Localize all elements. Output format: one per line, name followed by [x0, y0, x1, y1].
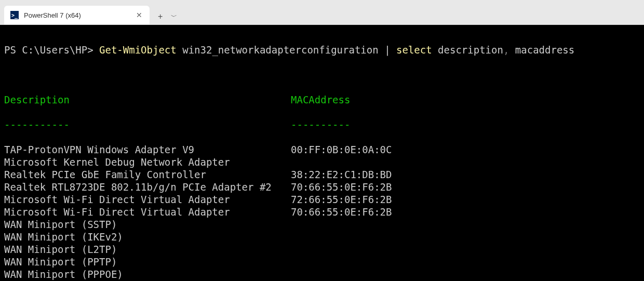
table-row: WAN Miniport (PPPOE)	[4, 268, 640, 280]
tab-powershell[interactable]: >_ PowerShell 7 (x64) ✕	[4, 6, 150, 24]
cell-macaddress	[291, 218, 640, 231]
table-row: Realtek RTL8723DE 802.11b/g/n PCIe Adapt…	[4, 181, 640, 193]
header-macaddress: MACAddress	[291, 93, 640, 106]
tab-controls: + ﹀	[150, 12, 183, 24]
cell-description: WAN Miniport (IKEv2)	[4, 231, 291, 243]
cell-macaddress: 70:66:55:0E:F6:2B	[291, 181, 640, 193]
cell-macaddress: 72:66:55:0E:F6:2B	[291, 193, 640, 206]
cell-macaddress	[291, 231, 640, 243]
cell-description: TAP-ProtonVPN Windows Adapter V9	[4, 143, 291, 156]
table-row: Microsoft Wi-Fi Direct Virtual Adapter70…	[4, 206, 640, 218]
prompt: PS C:\Users\HP>	[4, 44, 99, 56]
cell-description: WAN Miniport (SSTP)	[4, 218, 291, 231]
new-tab-button[interactable]: +	[158, 12, 163, 21]
table-header: DescriptionMACAddress	[4, 93, 640, 106]
cell-macaddress	[291, 156, 640, 168]
cell-description: Microsoft Kernel Debug Network Adapter	[4, 156, 291, 168]
table-row: TAP-ProtonVPN Windows Adapter V900:FF:0B…	[4, 143, 640, 156]
table-row: WAN Miniport (IKEv2)	[4, 231, 640, 243]
tab-dropdown-button[interactable]: ﹀	[171, 12, 177, 21]
cell-description: Microsoft Wi-Fi Direct Virtual Adapter	[4, 206, 291, 218]
cell-description: WAN Miniport (PPTP)	[4, 256, 291, 268]
cell-macaddress: 70:66:55:0E:F6:2B	[291, 206, 640, 218]
cell-macaddress	[291, 268, 640, 280]
title-bar: >_ PowerShell 7 (x64) ✕ + ﹀	[0, 0, 644, 25]
tab-title: PowerShell 7 (x64)	[24, 11, 130, 19]
cell-macaddress: 00:FF:0B:0E:0A:0C	[291, 143, 640, 156]
table-row: WAN Miniport (SSTP)	[4, 218, 640, 231]
table-row: Microsoft Kernel Debug Network Adapter	[4, 156, 640, 168]
command-line: PS C:\Users\HP> Get-WmiObject win32_netw…	[4, 44, 640, 56]
terminal-output[interactable]: PS C:\Users\HP> Get-WmiObject win32_netw…	[0, 25, 644, 281]
cell-description: Realtek PCIe GbE Family Controller	[4, 168, 291, 181]
cell-description: Microsoft Wi-Fi Direct Virtual Adapter	[4, 193, 291, 206]
cell-macaddress	[291, 243, 640, 256]
table-row: WAN Miniport (L2TP)	[4, 243, 640, 256]
cell-description: WAN Miniport (PPPOE)	[4, 268, 291, 280]
cell-description: Realtek RTL8723DE 802.11b/g/n PCIe Adapt…	[4, 181, 291, 193]
cmdlet-name: Get-WmiObject	[99, 44, 177, 56]
cmdlet-select: select	[396, 44, 432, 56]
cell-description: WAN Miniport (L2TP)	[4, 243, 291, 256]
cell-macaddress: 38:22:E2:C1:DB:BD	[291, 168, 640, 181]
table-row: Microsoft Wi-Fi Direct Virtual Adapter72…	[4, 193, 640, 206]
cell-macaddress	[291, 256, 640, 268]
close-tab-button[interactable]: ✕	[135, 11, 143, 19]
table-row: Realtek PCIe GbE Family Controller38:22:…	[4, 168, 640, 181]
header-description: Description	[4, 93, 291, 106]
powershell-icon: >_	[10, 11, 19, 19]
table-row: WAN Miniport (PPTP)	[4, 256, 640, 268]
table-header-rule: ---------------------	[4, 118, 640, 131]
